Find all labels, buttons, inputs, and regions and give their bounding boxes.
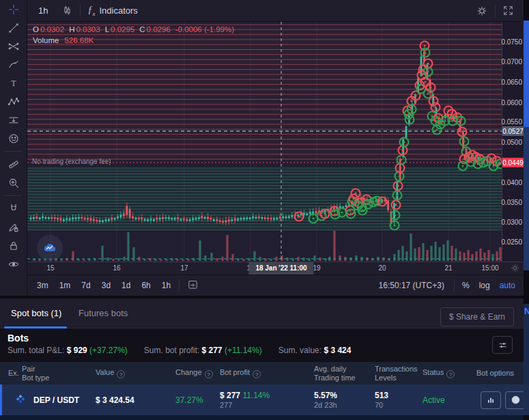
- range-button-7d[interactable]: 7d: [76, 281, 96, 290]
- price-tick: 0.0700: [501, 58, 522, 66]
- chart-canvas[interactable]: [27, 22, 502, 262]
- help-icon[interactable]: ?: [117, 370, 125, 378]
- cutoff-row: [524, 384, 529, 415]
- dep-coin-icon: [14, 393, 27, 407]
- text-tool-icon[interactable]: T: [0, 74, 27, 92]
- price-badge-red: 0.0449: [502, 158, 524, 167]
- magnet-tool-icon[interactable]: [0, 199, 27, 218]
- time-tick: 16: [113, 264, 120, 272]
- bots-section-title: Bots: [8, 333, 29, 344]
- auto-scale-button[interactable]: auto: [495, 281, 524, 290]
- time-tick: 19: [313, 264, 320, 272]
- bot-profit-sub: 277: [220, 401, 312, 409]
- time-tick: 15: [46, 264, 54, 272]
- ohlc-key: H: [69, 25, 74, 33]
- emoji-tool-icon[interactable]: [0, 129, 27, 148]
- time-tick: 17: [180, 264, 188, 272]
- pattern-tool-icon[interactable]: [0, 92, 27, 111]
- drawing-toolbar: T: [0, 0, 27, 296]
- lock-all-icon[interactable]: [0, 236, 27, 255]
- ohlc-legend: O0.0302H0.0303L0.0295C0.0296-0.0006 (-1.…: [33, 25, 239, 33]
- price-axis[interactable]: 0.07500.07000.06500.06000.05500.05000.04…: [502, 22, 524, 262]
- svg-text:T: T: [11, 78, 16, 87]
- price-chart[interactable]: O0.0302H0.0303L0.0295C0.0296-0.0006 (-1.…: [27, 22, 502, 262]
- chart-settings-gear-icon[interactable]: [469, 0, 495, 22]
- percent-scale-button[interactable]: %: [457, 281, 474, 290]
- column-header-avg-daily: Avg. dailyTrading time: [312, 365, 371, 382]
- price-tick: 0.0600: [501, 99, 522, 107]
- price-tick: 0.0500: [501, 139, 522, 146]
- ohlc-key: L: [105, 25, 109, 33]
- range-button-1h[interactable]: 1h: [156, 281, 176, 290]
- fullscreen-icon[interactable]: [496, 0, 524, 22]
- hide-drawings-eye-icon[interactable]: [0, 255, 27, 273]
- column-header-pair: PairBot type: [20, 365, 96, 382]
- gann-fib-tool-icon[interactable]: [0, 37, 27, 55]
- column-header-bot-profit: Bot profit?: [220, 368, 312, 379]
- interval-button[interactable]: 1h: [27, 0, 55, 22]
- transactions-cell: 513 70: [371, 391, 423, 409]
- help-icon[interactable]: ?: [253, 370, 261, 378]
- range-button-1d[interactable]: 1d: [116, 281, 136, 290]
- range-button-6h[interactable]: 6h: [136, 281, 156, 290]
- range-buttons: 3m1m7d3d1d6h1h: [27, 281, 176, 290]
- help-icon[interactable]: ?: [446, 370, 455, 378]
- bot-table-row[interactable]: DEP / USDT $ 3 424.54 37.27% $ 277 11.14…: [0, 384, 524, 415]
- bot-profit-cell: $ 277 11.14% 277: [220, 391, 312, 409]
- ohlc-value: 0.0303: [76, 25, 100, 33]
- no-trading-label: No trading (exchange fee): [32, 158, 111, 165]
- filter-button[interactable]: [492, 336, 513, 354]
- brush-tool-icon[interactable]: [0, 55, 27, 74]
- range-button-3m[interactable]: 3m: [31, 281, 54, 290]
- column-header-change: Change?: [172, 368, 220, 379]
- cutoff-widget-label: N: [524, 306, 529, 316]
- measure-tool-icon[interactable]: [0, 155, 27, 173]
- indicators-button[interactable]: ƒx Indicators: [81, 0, 144, 22]
- column-header-transactions: TransactionsLevels: [371, 365, 423, 382]
- ohlc-value: 0.0295: [111, 25, 134, 33]
- ohlc-value: 0.0302: [40, 25, 64, 33]
- go-to-date-icon[interactable]: [182, 279, 203, 292]
- time-tick: 20: [378, 264, 386, 272]
- price-badge-gray: 0.0527: [502, 126, 524, 136]
- range-button-3d[interactable]: 3d: [96, 281, 116, 290]
- transactions-count: 513: [375, 391, 423, 400]
- tab-spot-bots[interactable]: Spot bots (1): [11, 298, 61, 328]
- volume-value: 526.68K: [64, 36, 94, 44]
- cloud-icon: [42, 240, 58, 256]
- clock-display[interactable]: 16:50:17 (UTC+3): [372, 281, 451, 290]
- column-header-status: Status?: [423, 368, 474, 379]
- help-icon[interactable]: ?: [205, 370, 213, 378]
- range-button-1m[interactable]: 1m: [54, 281, 76, 290]
- column-header-ex-: Ex.: [0, 369, 20, 378]
- drawing-mode-lock-icon[interactable]: [0, 218, 27, 236]
- time-axis[interactable]: 1516171819202115:0018 Jan '22 11:00: [27, 262, 524, 275]
- toolbar-divider: [454, 280, 455, 291]
- tab-futures-bots[interactable]: Futures bots: [78, 298, 128, 328]
- volume-label: Volume: [33, 36, 59, 44]
- crosshair-date-tooltip: 18 Jan '22 11:00: [248, 262, 313, 275]
- share-and-earn-button[interactable]: $ Share & Earn: [440, 307, 514, 326]
- scroll-thumb[interactable]: [524, 20, 529, 127]
- avg-daily-percent: 5.57%: [314, 391, 371, 400]
- trading-bot-app: T 1h ƒx Indicators O0.0302H0.0303L0.0295…: [0, 0, 529, 420]
- bot-stats-button[interactable]: [481, 391, 501, 409]
- bot-options-cell: [474, 391, 526, 409]
- bots-summary: Sum. total P&L: $ 929 (+37.27%)Sum. bot …: [8, 346, 351, 355]
- chart-style-button[interactable]: [55, 0, 80, 22]
- ohlc-key: O: [33, 25, 39, 33]
- toolbar-divider: [5, 195, 22, 196]
- position-tool-icon[interactable]: [0, 111, 27, 129]
- trend-line-tool-icon[interactable]: [0, 18, 27, 37]
- bots-table-header: Ex.PairBot typeValue?Change?Bot profit?A…: [0, 362, 524, 384]
- crosshair-tool-icon[interactable]: [0, 0, 27, 18]
- price-tick: 0.0300: [501, 219, 522, 226]
- zoom-in-tool-icon[interactable]: [0, 173, 27, 192]
- bot-disable-button[interactable]: [505, 391, 526, 409]
- right-edge-strip: [524, 0, 529, 420]
- pair-label: DEP / USDT: [33, 395, 79, 405]
- chart-toolbar: 1h ƒx Indicators: [27, 0, 524, 22]
- bot-profit-percent: 11.14%: [242, 391, 270, 400]
- ohlc-change: -0.0006 (-1.99%): [175, 25, 234, 33]
- log-scale-button[interactable]: log: [474, 281, 495, 290]
